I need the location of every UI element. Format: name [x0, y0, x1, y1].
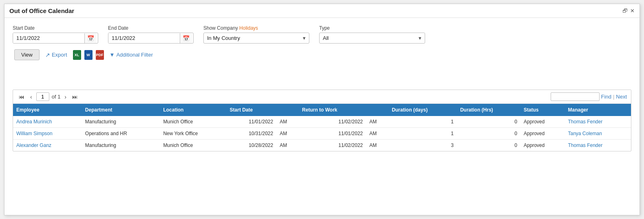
- cell-return-ampm: AM: [366, 140, 388, 151]
- manager-link[interactable]: Tanya Coleman: [568, 131, 602, 136]
- col-header-start-date: Start Date: [227, 104, 277, 116]
- cell-duration-days: 3: [388, 140, 457, 151]
- restore-button[interactable]: 🗗: [622, 8, 628, 14]
- col-header-location: Location: [160, 104, 226, 116]
- holidays-select[interactable]: In My Country All Countries None: [204, 33, 300, 43]
- cell-status: Approved: [520, 128, 565, 140]
- col-header-return-ampm: [366, 104, 388, 116]
- start-date-input[interactable]: [13, 33, 84, 43]
- cell-return-date: 11/02/2022: [299, 116, 366, 128]
- employee-link[interactable]: William Simpson: [16, 131, 53, 136]
- excel-export-icon[interactable]: XL: [73, 50, 81, 60]
- cell-location: Munich Office: [160, 116, 226, 128]
- cell-duration-hrs: 0: [457, 116, 520, 128]
- col-header-start-ampm: [276, 104, 299, 116]
- find-button[interactable]: Find: [601, 94, 611, 100]
- cell-employee[interactable]: Alexander Ganz: [13, 140, 82, 151]
- main-window: Out of Office Calendar 🗗 ✕ Start Date 📅 …: [4, 4, 640, 215]
- prev-page-button[interactable]: ‹: [29, 93, 34, 101]
- cell-start-ampm: AM: [276, 116, 299, 128]
- cell-employee[interactable]: William Simpson: [13, 128, 82, 140]
- view-button[interactable]: View: [14, 49, 40, 60]
- find-divider: |: [613, 94, 614, 100]
- cell-department: Manufacturing: [82, 116, 160, 128]
- cell-status: Approved: [520, 116, 565, 128]
- word-export-icon[interactable]: W: [84, 50, 93, 60]
- manager-link[interactable]: Thomas Fender: [568, 142, 602, 148]
- col-header-duration-days: Duration (days): [388, 104, 457, 116]
- employee-link[interactable]: Andrea Murinich: [16, 119, 52, 125]
- cell-start-ampm: AM: [276, 128, 299, 140]
- filter-icon: ▼: [110, 52, 115, 58]
- start-date-calendar-icon[interactable]: 📅: [84, 33, 97, 43]
- table-header-row: Employee Department Location Start Date …: [13, 104, 631, 116]
- next-page-button[interactable]: ›: [63, 93, 68, 101]
- last-page-button[interactable]: ⏭: [71, 93, 79, 101]
- end-date-calendar-icon[interactable]: 📅: [180, 33, 192, 43]
- find-wrap: Find | Next: [551, 92, 627, 101]
- cell-duration-days: 1: [388, 116, 457, 128]
- export-icon: ↗: [45, 52, 50, 58]
- end-date-input[interactable]: [108, 33, 180, 43]
- cell-status: Approved: [520, 140, 565, 151]
- cell-location: Munich Office: [160, 140, 226, 151]
- end-date-wrap: 📅: [108, 33, 194, 44]
- holidays-group: Show Company Holidays In My Country All …: [203, 25, 309, 44]
- cell-manager[interactable]: Tanya Coleman: [565, 128, 631, 140]
- title-bar: Out of Office Calendar 🗗 ✕: [4, 4, 640, 18]
- additional-filter-button[interactable]: ▼ Additional Filter: [107, 50, 155, 59]
- find-input[interactable]: [551, 92, 600, 101]
- cell-return-date: 11/01/2022: [299, 128, 366, 140]
- cell-duration-hrs: 0: [457, 128, 520, 140]
- cell-department: Operations and HR: [82, 128, 160, 140]
- cell-return-ampm: AM: [366, 128, 388, 140]
- table-row: Alexander Ganz Manufacturing Munich Offi…: [13, 140, 631, 151]
- cell-department: Manufacturing: [82, 140, 160, 151]
- start-date-group: Start Date 📅: [13, 25, 98, 44]
- separator-area: [13, 64, 631, 88]
- cell-employee[interactable]: Andrea Murinich: [13, 116, 82, 128]
- table-section: ⏮ ‹ of 1 › ⏭ Find | Next Employee: [13, 90, 631, 151]
- cell-duration-hrs: 0: [457, 140, 520, 151]
- cell-start-date: 10/31/2022: [227, 128, 277, 140]
- type-chevron-icon: ▾: [415, 33, 425, 43]
- next-find-button[interactable]: Next: [616, 94, 627, 100]
- start-date-wrap: 📅: [13, 33, 98, 44]
- additional-filter-label: Additional Filter: [116, 52, 153, 58]
- employee-link[interactable]: Alexander Ganz: [16, 142, 51, 148]
- type-select[interactable]: All Vacation Sick Leave Other: [320, 33, 415, 43]
- data-table: Employee Department Location Start Date …: [13, 104, 631, 151]
- cell-return-ampm: AM: [366, 116, 388, 128]
- pdf-export-icon[interactable]: PDF: [96, 50, 104, 60]
- col-header-department: Department: [82, 104, 160, 116]
- page-number-input[interactable]: [36, 92, 49, 101]
- page-of-label: of 1: [52, 94, 61, 100]
- cell-return-date: 11/02/2022: [299, 140, 366, 151]
- start-date-label: Start Date: [13, 25, 98, 31]
- holidays-chevron-icon: ▾: [300, 33, 309, 43]
- table-row: Andrea Murinich Manufacturing Munich Off…: [13, 116, 631, 128]
- manager-link[interactable]: Thomas Fender: [568, 119, 602, 125]
- cell-start-date: 11/01/2022: [227, 116, 277, 128]
- export-label: Export: [52, 52, 67, 58]
- type-label: Type: [319, 25, 425, 31]
- col-header-duration-hrs: Duration (Hrs): [457, 104, 520, 116]
- end-date-group: End Date 📅: [108, 25, 194, 44]
- export-button[interactable]: ↗ Export: [43, 50, 70, 60]
- pagination-bar: ⏮ ‹ of 1 › ⏭ Find | Next: [13, 90, 631, 104]
- end-date-label: End Date: [108, 25, 194, 31]
- cell-start-ampm: AM: [276, 140, 299, 151]
- cell-manager[interactable]: Thomas Fender: [565, 140, 631, 151]
- cell-start-date: 10/28/2022: [227, 140, 277, 151]
- cell-manager[interactable]: Thomas Fender: [565, 116, 631, 128]
- close-button[interactable]: ✕: [630, 8, 635, 14]
- table-header: Employee Department Location Start Date …: [13, 104, 631, 116]
- page-content: Start Date 📅 End Date 📅 Show Company Hol…: [4, 18, 640, 155]
- toolbar-row: View ↗ Export XL W PDF ▼ Additional Filt…: [13, 49, 631, 60]
- table-row: William Simpson Operations and HR New Yo…: [13, 128, 631, 140]
- first-page-button[interactable]: ⏮: [17, 93, 26, 101]
- col-header-employee: Employee: [13, 104, 82, 116]
- holidays-label: Show Company Holidays: [203, 25, 309, 31]
- window-title: Out of Office Calendar: [9, 7, 74, 14]
- col-header-status: Status: [520, 104, 565, 116]
